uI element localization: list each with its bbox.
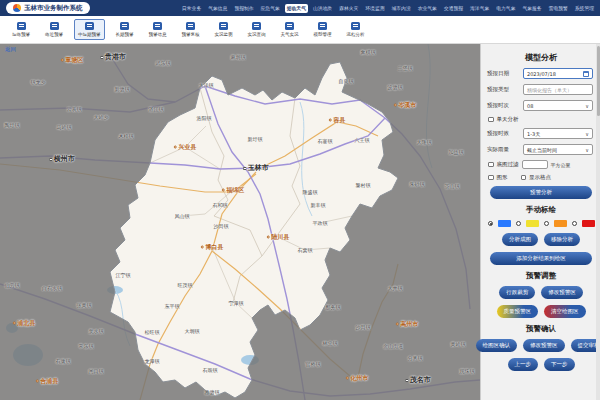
forecast-date-input[interactable]: 2023/07/18	[523, 68, 593, 79]
place-name: 麻垌镇	[231, 54, 246, 60]
analysis-draw-button[interactable]: 分析成图	[502, 233, 538, 246]
map-town-label: 观珠镇	[460, 368, 475, 374]
tab-实况查询[interactable]: 实况查询	[244, 19, 270, 40]
place-name: 旺茂镇	[178, 282, 193, 288]
city-marker-icon	[405, 379, 408, 382]
adjust-button-行政裁剪[interactable]: 行政裁剪	[499, 286, 535, 299]
map-town-label: 伯劳镇	[5, 282, 20, 288]
tab-模型管理[interactable]: 模型管理	[310, 19, 336, 40]
place-name: 沙田镇	[214, 223, 229, 229]
tab-流程分析[interactable]: 流程分析	[343, 19, 369, 40]
place-name: 横州市	[54, 154, 75, 164]
tab-临近预警[interactable]: 临近预警	[41, 19, 67, 40]
nav-item-应急气象[interactable]: 应急气象	[259, 4, 282, 13]
map-city-label: 茂名市	[405, 375, 431, 385]
tab-实况监测[interactable]: 实况监测	[211, 19, 237, 40]
warning-analysis-button[interactable]: 预警分析	[490, 186, 592, 199]
county-marker-icon	[346, 377, 349, 380]
place-name: 镇龙乡	[31, 79, 46, 85]
add-analysis-result-button[interactable]: 添加分析结果到绘区	[490, 252, 592, 265]
place-name: 张黄镇	[77, 302, 92, 308]
color-radio-2[interactable]	[544, 221, 549, 226]
adjust-button-清空绘图区[interactable]: 清空绘图区	[544, 305, 586, 318]
color-swatch-3[interactable]	[582, 220, 595, 227]
nav-item-环境监测[interactable]: 环境监测	[363, 4, 386, 13]
confirm-button-绘图区确认[interactable]: 绘图区确认	[476, 339, 518, 352]
color-radio-3[interactable]	[572, 221, 577, 226]
place-name: 合浦县	[40, 377, 58, 386]
nav-item-预报制作[interactable]: 预报制作	[232, 4, 255, 13]
nav-item-系统管理[interactable]: 系统管理	[573, 4, 596, 13]
remove-analysis-button[interactable]: 移除分析	[544, 233, 580, 246]
nav-item-短临天气[interactable]: 短临天气	[285, 4, 308, 13]
map-town-label: 沙田镇	[214, 223, 229, 229]
place-name: 木梓镇	[119, 133, 134, 139]
actual-rain-select[interactable]: 截止当前时间 ∨	[523, 144, 593, 155]
nav-item-气象服务[interactable]: 气象服务	[520, 4, 543, 13]
scrollbar-thumb[interactable]	[597, 46, 600, 116]
single-day-checkbox[interactable]	[488, 117, 494, 123]
forecast-type-input[interactable]: 精细化报告（单天）	[523, 84, 593, 95]
adjust-button-修改预警区[interactable]: 修改预警区	[541, 286, 583, 299]
color-swatch-2[interactable]	[554, 220, 567, 227]
color-swatch-1[interactable]	[526, 220, 539, 227]
color-swatch-0[interactable]	[498, 220, 511, 227]
city-marker-icon	[243, 167, 246, 170]
graph-checkbox[interactable]	[488, 175, 494, 181]
next-step-button[interactable]: 下一步	[544, 358, 575, 371]
place-name: 大洋镇	[199, 82, 214, 88]
map-county-label: 覃塘区	[61, 56, 84, 65]
color-radio-0[interactable]	[488, 221, 493, 226]
adjust-button-质量预警区[interactable]: 质量预警区	[497, 305, 539, 318]
place-name: 陆川县	[271, 233, 289, 242]
tab-document-icon	[186, 22, 195, 30]
nav-item-山洪地质[interactable]: 山洪地质	[311, 4, 334, 13]
place-name: 林尘镇	[323, 340, 338, 346]
confirm-buttons-row: 绘图区确认修改预警区提交审核	[487, 339, 595, 352]
nav-item-日常业务[interactable]: 日常业务	[180, 4, 203, 13]
tab-短临预警[interactable]: 短临预警	[8, 19, 34, 40]
nav-item-城市内涝[interactable]: 城市内涝	[390, 4, 413, 13]
tab-label: 预警信息	[149, 32, 167, 37]
tab-中短期预警[interactable]: 中短期预警	[74, 19, 105, 40]
tab-天气实况[interactable]: 天气实况	[277, 19, 303, 40]
place-name: 陶圩镇	[5, 122, 20, 128]
map-county-label: 博白县	[201, 243, 224, 252]
app-title: 玉林市业务制作系统	[24, 4, 83, 13]
nav-item-农业气象[interactable]: 农业气象	[416, 4, 439, 13]
map-town-label: 雅塘镇	[205, 389, 220, 395]
nav-item-海洋气象[interactable]: 海洋气象	[468, 4, 491, 13]
panel-scrollbar[interactable]	[596, 44, 600, 400]
nav-item-雷电预警[interactable]: 雷电预警	[547, 4, 570, 13]
color-radio-1[interactable]	[516, 221, 521, 226]
color-picker-row	[487, 220, 595, 227]
map-town-label: 石颈镇	[203, 367, 218, 373]
place-name: 玉林市	[248, 163, 269, 173]
tab-预警复核[interactable]: 预警复核	[178, 19, 204, 40]
place-name: 平政镇	[313, 220, 328, 226]
place-name: 金山街道	[383, 343, 403, 349]
nav-item-气象信息[interactable]: 气象信息	[206, 4, 229, 13]
forecast-time-select[interactable]: 08 ∨	[523, 100, 593, 111]
map-town-label: 宁潭镇	[229, 300, 244, 306]
map-back-link[interactable]: 返回	[5, 46, 16, 53]
adjust-buttons-row1: 行政裁剪修改预警区	[487, 286, 595, 299]
nav-item-森林火灾[interactable]: 森林火灾	[337, 4, 360, 13]
prev-step-button[interactable]: 上一步	[508, 358, 539, 371]
show-grid-checkbox[interactable]	[521, 175, 527, 181]
tab-预警信息[interactable]: 预警信息	[145, 19, 171, 40]
calendar-icon[interactable]	[583, 71, 589, 77]
place-name: 博白县	[205, 243, 223, 252]
place-name: 福绵区	[226, 186, 244, 195]
map-canvas[interactable]: 返回 贵港市横州市玉林市茂名市覃塘区兴业县容县福绵区陆川县博白县岑溪市高州市化州…	[0, 44, 480, 400]
nav-item-交通预报[interactable]: 交通预报	[442, 4, 465, 13]
place-name: 波塘镇	[388, 84, 403, 90]
map-county-label: 陆川县	[267, 233, 290, 242]
confirm-button-修改预警区[interactable]: 修改预警区	[523, 339, 565, 352]
tab-label: 流程分析	[347, 32, 365, 37]
tab-长期预警[interactable]: 长期预警	[112, 19, 138, 40]
forecast-validity-select[interactable]: 1-3天 ∨	[523, 128, 593, 139]
filter-area-input[interactable]	[522, 160, 548, 169]
nav-item-电力气象[interactable]: 电力气象	[494, 4, 517, 13]
basemap-filter-checkbox[interactable]	[488, 162, 494, 168]
